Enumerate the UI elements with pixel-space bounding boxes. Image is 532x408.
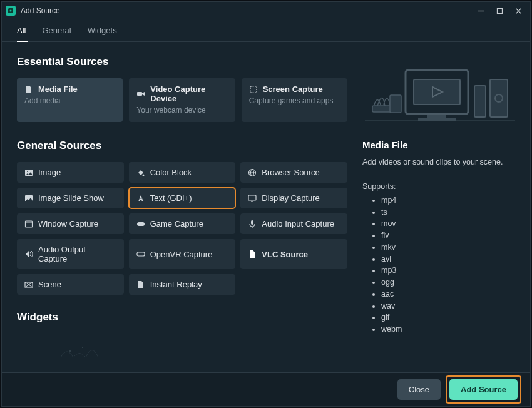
widgets-illustration: [17, 334, 347, 359]
tab-all[interactable]: All: [17, 26, 26, 41]
add-source-button[interactable]: Add Source: [449, 379, 518, 400]
item-label: Scene: [38, 280, 61, 289]
item-browser-source[interactable]: Browser Source: [240, 162, 347, 183]
format-item: aac: [381, 288, 518, 300]
window-controls: [471, 3, 528, 18]
speaker-icon: [24, 250, 33, 258]
tab-widgets[interactable]: Widgets: [88, 26, 117, 41]
supports-label: Supports:: [362, 182, 518, 191]
item-label: Color Block: [150, 168, 192, 177]
item-image[interactable]: Image: [17, 162, 124, 183]
card-subtitle: Capture games and apps: [249, 96, 340, 105]
svg-rect-19: [137, 222, 145, 226]
svg-rect-35: [390, 95, 401, 113]
essential-row: Media File Add media Video Capture Devic…: [17, 78, 347, 122]
format-item: avi: [381, 253, 518, 265]
item-vlc-source[interactable]: VLC Source: [240, 239, 347, 269]
details-panel: Media File Add videos or sound clips to …: [356, 42, 530, 372]
card-subtitle: Your webcam device: [136, 106, 227, 115]
item-label: VLC Source: [262, 250, 308, 259]
close-button[interactable]: [509, 3, 528, 18]
item-color-block[interactable]: Color Block: [129, 162, 236, 183]
svg-point-26: [82, 347, 83, 348]
file-icon: [24, 85, 33, 94]
item-image-slideshow[interactable]: Image Slide Show: [17, 188, 124, 208]
widgets-heading: Widgets: [17, 311, 347, 324]
camera-icon: [136, 89, 145, 98]
svg-rect-17: [26, 221, 33, 227]
format-item: mp3: [381, 265, 518, 277]
globe-icon: [248, 168, 257, 177]
maximize-button[interactable]: [490, 3, 509, 18]
item-label: Game Capture: [150, 219, 203, 228]
svg-point-9: [27, 171, 28, 172]
image-icon: [24, 168, 33, 177]
item-label: Instant Replay: [150, 280, 202, 289]
mic-icon: [248, 220, 257, 228]
format-item: mp4: [381, 195, 518, 207]
item-display-capture[interactable]: Display Capture: [240, 188, 347, 208]
item-label: Audio Input Capture: [262, 219, 334, 228]
minimize-button[interactable]: [471, 3, 490, 18]
item-text-gdi[interactable]: Text (GDI+): [129, 188, 236, 208]
dialog-window: Add Source All General Widgets Essential…: [1, 1, 531, 407]
format-item: flv: [381, 230, 518, 242]
format-item: mov: [381, 218, 518, 230]
svg-rect-21: [137, 252, 145, 256]
svg-rect-29: [427, 115, 446, 118]
svg-point-10: [142, 174, 144, 176]
format-item: mkv: [381, 242, 518, 253]
paint-icon: [136, 168, 145, 177]
essential-heading: Essential Sources: [17, 56, 347, 68]
item-openvr[interactable]: OpenVR Capture: [129, 239, 236, 269]
add-source-highlight: Add Source: [446, 375, 521, 404]
card-media-file[interactable]: Media File Add media: [17, 78, 123, 122]
item-label: Display Capture: [262, 193, 320, 203]
item-instant-replay[interactable]: Instant Replay: [129, 274, 236, 295]
item-label: OpenVR Capture: [150, 250, 213, 259]
item-scene[interactable]: Scene: [17, 274, 124, 295]
general-grid: Image Color Block Browser Source Image S…: [17, 162, 347, 295]
item-audio-output[interactable]: Audio Output Capture: [17, 239, 124, 269]
window-icon: [24, 220, 33, 228]
format-item: ts: [381, 207, 518, 218]
svg-rect-15: [248, 195, 256, 200]
item-label: Browser Source: [262, 168, 319, 177]
item-label: Window Capture: [38, 219, 98, 228]
window-title: Add Source: [21, 6, 471, 15]
svg-point-25: [69, 350, 71, 352]
tab-bar: All General Widgets: [2, 19, 530, 42]
svg-rect-31: [474, 86, 486, 117]
dialog-footer: Close Add Source: [2, 372, 530, 406]
format-item: wav: [381, 300, 518, 312]
svg-rect-30: [418, 118, 456, 121]
format-item: ogg: [381, 277, 518, 288]
format-item: webm: [381, 324, 518, 335]
svg-rect-7: [250, 86, 257, 93]
format-item: gif: [381, 312, 518, 324]
card-subtitle: Add media: [24, 96, 115, 105]
item-audio-input[interactable]: Audio Input Capture: [240, 213, 347, 234]
dialog-body: Essential Sources Media File Add media V…: [2, 42, 530, 372]
text-icon: [136, 194, 145, 203]
svg-rect-32: [490, 79, 508, 117]
app-icon: [6, 6, 16, 16]
formats-list: mp4 ts mov flv mkv avi mp3 ogg aac wav g…: [362, 195, 518, 335]
card-video-capture[interactable]: Video Capture Device Your webcam device: [129, 78, 235, 122]
card-title: Media File: [38, 84, 78, 94]
image-icon: [24, 194, 33, 203]
source-list-panel: Essential Sources Media File Add media V…: [2, 42, 356, 372]
file-icon: [136, 280, 145, 289]
svg-rect-20: [251, 220, 253, 225]
svg-rect-6: [137, 92, 142, 96]
close-button[interactable]: Close: [397, 379, 441, 400]
item-game-capture[interactable]: Game Capture: [129, 213, 236, 234]
crop-icon: [249, 85, 258, 94]
vr-icon: [136, 250, 145, 258]
card-screen-capture[interactable]: Screen Capture Capture games and apps: [242, 78, 347, 122]
tab-general[interactable]: General: [42, 26, 71, 41]
svg-point-1: [10, 10, 12, 12]
item-label: Audio Output Capture: [38, 245, 116, 263]
item-window-capture[interactable]: Window Capture: [17, 213, 124, 234]
detail-title: Media File: [362, 140, 518, 150]
